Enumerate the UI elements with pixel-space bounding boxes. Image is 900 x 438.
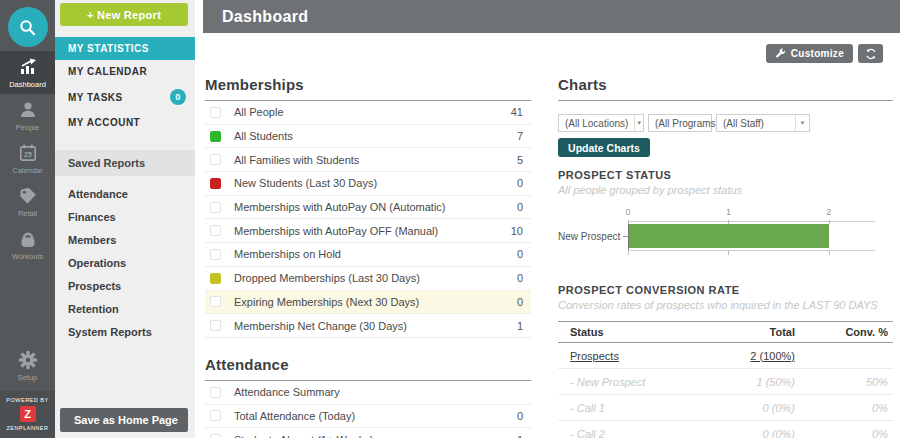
stat-row[interactable]: All Students 7: [205, 125, 531, 149]
row-checkbox[interactable]: [210, 273, 221, 284]
sidebar-item-people[interactable]: People: [0, 94, 55, 137]
stat-row[interactable]: Total Attendance (Today) 0: [205, 405, 531, 429]
programs-select[interactable]: (All Programs) ▾: [648, 114, 712, 132]
stat-row-highlighted[interactable]: Expiring Memberships (Next 30 Days) 0: [205, 291, 531, 315]
stat-value: 0: [517, 201, 523, 213]
stat-row[interactable]: All People 41: [205, 101, 531, 125]
row-checkbox[interactable]: [210, 107, 221, 118]
save-as-home-page-button[interactable]: Save as Home Page: [60, 408, 188, 432]
menu-item-my-account[interactable]: MY ACCOUNT: [55, 111, 195, 134]
stat-row[interactable]: Memberships with AutoPay OFF (Manual) 10: [205, 219, 531, 243]
row-checkbox[interactable]: [210, 434, 221, 438]
stat-label: Dropped Memberships (Last 30 Days): [234, 272, 517, 284]
menu-item-label: MY CALENDAR: [68, 66, 147, 77]
report-link-attendance[interactable]: Attendance: [55, 182, 195, 205]
stat-row[interactable]: Membership Net Change (30 Days) 1: [205, 314, 531, 338]
row-checkbox[interactable]: [210, 410, 221, 421]
saved-reports-header: Saved Reports: [55, 150, 195, 176]
conversion-table: Status Total Conv. % Prospects 2 (100%) …: [558, 321, 893, 438]
prospects-link[interactable]: Prospects: [570, 350, 619, 362]
column-header-conv: Conv. %: [795, 326, 893, 338]
attendance-section: Attendance Attendance Summary Total Atte…: [205, 356, 531, 438]
dashboard-toolbar: Customize: [766, 44, 883, 63]
prospect-status-title: PROSPECT STATUS: [558, 169, 893, 181]
stat-value: 0: [517, 410, 523, 422]
report-nav-panel: + New Report MY STATISTICS MY CALENDAR M…: [55, 0, 195, 438]
update-charts-button[interactable]: Update Charts: [558, 138, 650, 157]
sidebar-item-label: Dashboard: [9, 80, 46, 89]
search-icon: [18, 18, 37, 37]
report-link-prospects[interactable]: Prospects: [55, 274, 195, 297]
row-checkbox[interactable]: [210, 387, 221, 398]
menu-item-my-calendar[interactable]: MY CALENDAR: [55, 60, 195, 83]
refresh-icon: [865, 48, 877, 60]
menu-item-label: MY STATISTICS: [68, 43, 149, 54]
zenplanner-logo: Z: [20, 406, 36, 422]
prospect-conversion-title: PROSPECT CONVERSION RATE: [558, 284, 893, 296]
report-link-finances[interactable]: Finances: [55, 205, 195, 228]
cell-status: - Call 1: [558, 402, 685, 414]
prospect-status-chart: 0 1 2 New Prospect: [558, 221, 893, 251]
cell-total[interactable]: 2 (100%): [685, 350, 795, 362]
stat-row[interactable]: Dropped Memberships (Last 30 Days) 0: [205, 267, 531, 291]
tasks-count-badge: 0: [170, 89, 186, 105]
sidebar-item-workouts[interactable]: Workouts: [0, 223, 55, 266]
table-row: - Call 1 0 (0%) 0%: [558, 395, 893, 421]
attendance-section-title: Attendance: [205, 356, 531, 381]
table-row-prospects: Prospects 2 (100%): [558, 343, 893, 369]
report-link-members[interactable]: Members: [55, 228, 195, 251]
report-link-system-reports[interactable]: System Reports: [55, 320, 195, 343]
report-links-list: Attendance Finances Members Operations P…: [55, 176, 195, 343]
report-link-operations[interactable]: Operations: [55, 251, 195, 274]
stat-row[interactable]: Memberships with AutoPay ON (Automatic) …: [205, 196, 531, 220]
stat-value: 5: [517, 154, 523, 166]
sidebar-item-retail[interactable]: Retail: [0, 180, 55, 223]
row-checkbox[interactable]: [210, 249, 221, 260]
sidebar-item-label: Setup: [18, 373, 38, 382]
stat-row[interactable]: All Families with Students 5: [205, 148, 531, 172]
prospect-conversion-subtitle: Conversion rates of prospects who inquir…: [558, 299, 893, 311]
sidebar-item-setup[interactable]: Setup: [0, 344, 55, 387]
stat-label: New Students (Last 30 Days): [234, 177, 517, 189]
stat-row[interactable]: New Students (Last 30 Days) 0: [205, 172, 531, 196]
category-label: New Prospect: [558, 231, 620, 242]
cell-status: - Call 2: [558, 428, 685, 438]
report-link-retention[interactable]: Retention: [55, 297, 195, 320]
axis-tick: 0: [628, 220, 629, 224]
stat-label: Memberships with AutoPay OFF (Manual): [234, 225, 511, 237]
locations-select[interactable]: (All Locations) ▾: [558, 114, 644, 132]
row-checkbox[interactable]: [210, 131, 221, 142]
customize-button[interactable]: Customize: [766, 44, 853, 63]
sidebar-item-calendar[interactable]: 25 Calendar: [0, 137, 55, 180]
statistics-column: Memberships All People 41 All Students 7…: [205, 76, 531, 438]
row-checkbox[interactable]: [210, 320, 221, 331]
axis-tick: [628, 251, 629, 255]
selected-value: (All Locations): [559, 115, 634, 131]
zenplanner-text: ZENPLANNER: [7, 425, 49, 431]
calendar-icon: 25: [18, 143, 38, 163]
menu-item-my-statistics[interactable]: MY STATISTICS: [55, 37, 195, 60]
price-tag-icon: [18, 186, 38, 206]
row-checkbox[interactable]: [210, 225, 221, 236]
refresh-button[interactable]: [858, 44, 883, 63]
chart-filters: (All Locations) ▾ (All Programs) ▾ (All …: [558, 114, 893, 132]
row-checkbox[interactable]: [210, 296, 221, 307]
stat-label: Memberships on Hold: [234, 248, 517, 260]
selected-value: (All Programs): [649, 115, 725, 131]
stat-row[interactable]: Students Absent (1+ Weeks) 1: [205, 428, 531, 438]
sidebar-item-label: People: [16, 123, 39, 132]
row-checkbox[interactable]: [210, 154, 221, 165]
search-button[interactable]: [8, 7, 48, 47]
staff-select[interactable]: (All Staff) ▾: [716, 114, 810, 132]
stat-row[interactable]: Memberships on Hold 0: [205, 243, 531, 267]
new-report-button[interactable]: + New Report: [60, 3, 188, 26]
selected-value: (All Staff): [717, 115, 795, 131]
menu-item-my-tasks[interactable]: MY TASKS 0: [55, 83, 195, 111]
axis-tick: [829, 251, 830, 255]
chart-bottom-axis: [628, 250, 875, 251]
row-checkbox[interactable]: [210, 178, 221, 189]
sidebar-item-dashboard[interactable]: Dashboard: [0, 51, 55, 94]
row-checkbox[interactable]: [210, 202, 221, 213]
stat-value: 1: [517, 320, 523, 332]
stat-row[interactable]: Attendance Summary: [205, 381, 531, 405]
